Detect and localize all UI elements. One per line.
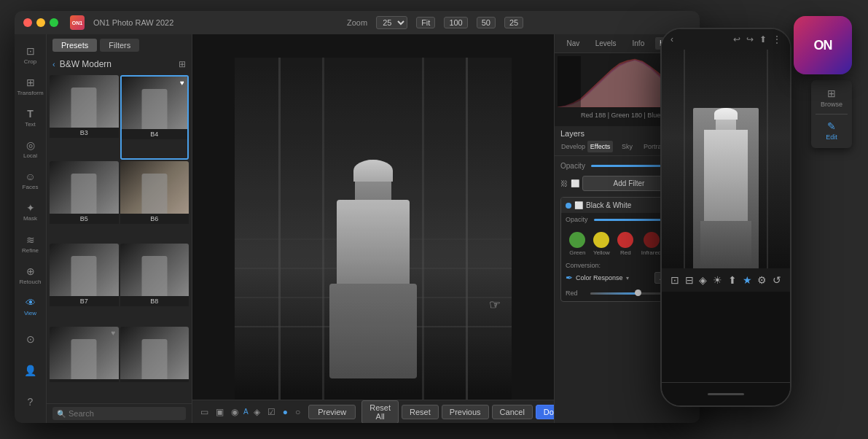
preset-figure-b4 — [141, 89, 167, 129]
fullscreen-button[interactable] — [50, 18, 58, 27]
bt-icon4[interactable]: A — [243, 408, 249, 416]
transform-label: Transform — [17, 90, 43, 96]
bt-icon2[interactable]: ▣ — [214, 407, 226, 417]
phone-refresh-icon[interactable]: ↺ — [773, 274, 781, 286]
on1-app-icon: ON — [794, 16, 852, 74]
edit-button[interactable]: ✎ Edit — [811, 117, 852, 144]
main-layout: ⊡ Crop ⊞ Transform T Text ◎ Local ☺ Fa — [15, 34, 700, 423]
browse-button[interactable]: ⊞ Browse — [811, 85, 852, 111]
search-icon: 🔍 — [57, 410, 66, 418]
bt-icon1[interactable]: ▭ — [198, 407, 211, 417]
zoom-50-button[interactable]: 50 — [477, 17, 496, 28]
bt-icon3[interactable]: ◉ — [229, 407, 241, 417]
tab-presets[interactable]: Presets — [52, 39, 97, 52]
color-circle-green[interactable]: Green — [569, 232, 585, 256]
tab-filters[interactable]: Filters — [100, 39, 139, 52]
tab-info[interactable]: Info — [623, 37, 654, 50]
bt-icon5[interactable]: ◈ — [251, 407, 262, 417]
search-input[interactable] — [69, 409, 181, 418]
tab-nav[interactable]: Nav — [558, 37, 589, 50]
refine-label: Refine — [22, 247, 39, 254]
bw-visibility-icon[interactable]: ⬜ — [574, 201, 583, 209]
tool-help[interactable]: ? — [17, 387, 44, 417]
phone-undo-icon[interactable]: ↩ — [733, 34, 740, 44]
color-circle-infrared[interactable]: Infrared — [641, 232, 662, 256]
fit-button[interactable]: Fit — [416, 17, 435, 28]
panel-vis-icon[interactable]: ⬜ — [571, 179, 579, 187]
zoom-100-button[interactable]: 100 — [444, 17, 467, 28]
color-circle-yellow[interactable]: Yellow — [593, 232, 610, 256]
red-slider-track[interactable] — [590, 292, 671, 295]
phone-share2-icon[interactable]: ⬆ — [728, 274, 737, 286]
phone-adjust-icon[interactable]: ⊟ — [685, 274, 694, 286]
cancel-button[interactable]: Cancel — [492, 405, 533, 419]
phone-sun-icon[interactable]: ☀ — [713, 274, 722, 286]
tool-extra1[interactable]: ⊙ — [17, 325, 44, 354]
zoom-25-button[interactable]: 25 — [504, 17, 523, 28]
phone-home-indicator — [708, 393, 744, 395]
tab-levels[interactable]: Levels — [590, 37, 622, 50]
phone-crop-icon[interactable]: ⊡ — [670, 274, 679, 286]
main-photo: ☞ — [235, 58, 512, 400]
zoom-select[interactable]: 25 — [376, 16, 407, 29]
phone-share-icon[interactable]: ⬆ — [759, 34, 767, 44]
preset-item-b3[interactable]: B3 — [50, 75, 119, 160]
phone-star-icon[interactable]: ★ — [743, 274, 752, 286]
preset-item-b4[interactable]: ♥ B4 — [120, 75, 189, 160]
tool-faces[interactable]: ☺ Faces — [17, 166, 44, 195]
red-slider-fill — [590, 292, 639, 295]
panel-link-icon[interactable]: ⛓ — [560, 179, 568, 187]
tool-extra2[interactable]: 👤 — [17, 356, 44, 386]
phone-redo-icon[interactable]: ↪ — [746, 34, 754, 44]
reset-button[interactable]: Reset — [402, 405, 439, 419]
tool-text[interactable]: T Text — [17, 103, 44, 133]
phone-photo-subject — [693, 108, 759, 268]
color-circle-red[interactable]: Red — [617, 232, 633, 256]
phone-more-icon[interactable]: ⋮ — [773, 34, 781, 44]
bt-circle-icon[interactable]: ○ — [293, 407, 302, 417]
minimize-button[interactable] — [36, 18, 45, 27]
phone-filter-icon[interactable]: ◈ — [699, 274, 707, 286]
preset-thumb-extra2 — [120, 327, 189, 379]
preset-label-b8: B8 — [120, 296, 189, 306]
layer-tab-develop[interactable]: Develop — [560, 141, 586, 152]
help-icon: ? — [28, 396, 34, 408]
tool-retouch[interactable]: ⊕ Retouch — [17, 260, 44, 290]
phone-body — [704, 130, 748, 225]
tool-view[interactable]: 👁 View — [17, 292, 44, 322]
layer-tab-sky[interactable]: Sky — [614, 141, 640, 152]
phone-actions: ↩ ↪ ⬆ ⋮ — [733, 34, 781, 44]
previous-button[interactable]: Previous — [442, 405, 489, 419]
preset-item-b6[interactable]: B6 — [120, 161, 189, 243]
reset-all-button[interactable]: Reset All — [361, 400, 399, 424]
preview-button[interactable]: Preview — [308, 405, 356, 419]
presets-grid-icon[interactable]: ⊞ — [179, 59, 186, 69]
eyedropper-icon[interactable]: ✒ — [566, 273, 573, 283]
presets-back-button[interactable]: ‹ — [52, 60, 55, 69]
phone-hair — [714, 108, 738, 120]
preset-item-b8[interactable]: B8 — [120, 244, 189, 325]
phone-back-icon[interactable]: ‹ — [670, 34, 673, 44]
preset-item-b7[interactable]: B7 — [50, 244, 119, 325]
preset-figure-extra1 — [71, 339, 97, 379]
done-button[interactable]: Done — [536, 405, 554, 419]
presets-header: ‹ B&W Modern ⊞ — [47, 56, 192, 72]
tool-refine[interactable]: ≋ Refine — [17, 228, 44, 258]
tool-local[interactable]: ◎ Local — [17, 134, 44, 164]
preset-item-extra1[interactable]: ♥ — [50, 327, 119, 401]
layer-tab-effects[interactable]: Effects — [587, 141, 613, 152]
color-response-chevron[interactable]: ▾ — [626, 275, 629, 281]
bt-icon6[interactable]: ☑ — [265, 407, 278, 417]
faces-label: Faces — [23, 184, 39, 190]
tool-transform[interactable]: ⊞ Transform — [17, 71, 44, 101]
preset-item-b5[interactable]: B5 — [50, 161, 119, 243]
transform-icon: ⊞ — [26, 77, 35, 88]
phone-legs — [700, 221, 751, 268]
preset-item-extra2[interactable] — [120, 327, 189, 401]
tool-mask[interactable]: ✦ Mask — [17, 197, 44, 227]
tool-crop[interactable]: ⊡ Crop — [17, 40, 44, 70]
browse-label: Browse — [821, 101, 842, 108]
preset-label-b3: B3 — [50, 128, 119, 138]
close-button[interactable] — [23, 18, 32, 27]
phone-settings2-icon[interactable]: ⚙ — [757, 274, 767, 286]
